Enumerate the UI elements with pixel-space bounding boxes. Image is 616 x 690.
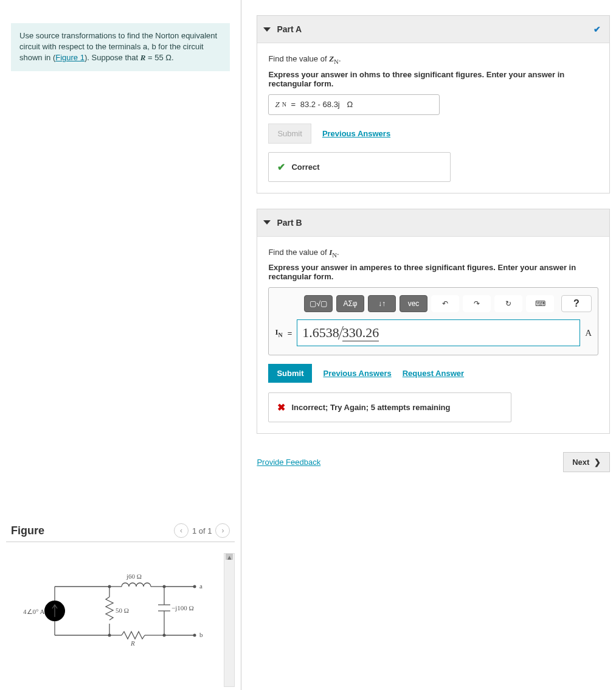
- svg-text:50 Ω: 50 Ω: [116, 607, 129, 614]
- collapse-icon[interactable]: [263, 27, 271, 32]
- part-a-prompt: Find the value of ZN.: [268, 54, 598, 65]
- part-a-panel: Part A ✔ Find the value of ZN. Express y…: [257, 15, 610, 193]
- help-button[interactable]: ?: [561, 295, 592, 312]
- svg-point-24: [163, 585, 166, 588]
- check-icon: ✔: [277, 161, 285, 173]
- part-b-title: Part B: [277, 218, 302, 228]
- equation-editor: ▢√▢ ΑΣφ ↓↑ vec ↶ ↷ ↻ ⌨ ? IN =: [268, 287, 598, 355]
- part-a-answer-value: 83.2 - 68.3j: [300, 100, 340, 109]
- svg-text:R: R: [130, 639, 135, 647]
- undo-button[interactable]: ↶: [431, 295, 459, 312]
- figure-next-button[interactable]: ›: [215, 523, 230, 538]
- svg-point-27: [193, 634, 196, 637]
- svg-text:j60 Ω: j60 Ω: [126, 573, 142, 580]
- eq-unit: A: [585, 328, 592, 338]
- submit-button[interactable]: Submit: [268, 364, 312, 383]
- equation-input[interactable]: 1.6538330.26: [297, 319, 580, 346]
- reset-button[interactable]: ↻: [494, 295, 522, 312]
- vec-button[interactable]: vec: [400, 295, 427, 312]
- chevron-right-icon: ❯: [592, 458, 601, 467]
- figure-title: Figure: [11, 524, 44, 537]
- figure-scrollbar[interactable]: ▴: [224, 553, 235, 687]
- previous-answers-link[interactable]: Previous Answers: [323, 369, 391, 378]
- part-a-answer: ZN = 83.2 - 68.3j Ω: [268, 94, 440, 115]
- part-b-hint: Express your answer in amperes to three …: [268, 263, 598, 281]
- part-b-panel: Part B Find the value of IN. Express you…: [257, 209, 610, 434]
- next-button[interactable]: Next ❯: [563, 452, 610, 472]
- figure-pager: 1 of 1: [192, 526, 212, 535]
- request-answer-link[interactable]: Request Answer: [403, 369, 464, 378]
- templates-button[interactable]: ▢√▢: [304, 295, 333, 312]
- circuit-diagram: 4∠0° A 50 Ω j60 Ω: [18, 553, 219, 663]
- scripts-button[interactable]: ↓↑: [368, 295, 396, 312]
- greek-button[interactable]: ΑΣφ: [336, 295, 364, 312]
- part-a-hint: Express your answer in ohms to three sig…: [268, 70, 598, 88]
- svg-point-25: [163, 634, 166, 637]
- intro-text2: ). Suppose that: [85, 53, 140, 62]
- svg-point-22: [108, 585, 111, 588]
- redo-button[interactable]: ↷: [463, 295, 491, 312]
- svg-text:−j100 Ω: −j100 Ω: [171, 604, 194, 612]
- feedback-correct: ✔ Correct: [268, 152, 451, 182]
- problem-intro: Use source transformations to find the N…: [11, 23, 230, 71]
- svg-text:a: a: [199, 582, 202, 590]
- submit-button: Submit: [268, 124, 311, 144]
- feedback-incorrect: ✖ Incorrect; Try Again; 5 attempts remai…: [268, 392, 511, 422]
- x-icon: ✖: [277, 402, 285, 413]
- check-icon: ✔: [594, 24, 601, 34]
- scroll-up-icon[interactable]: ▴: [226, 554, 233, 560]
- figure-link[interactable]: Figure 1: [55, 53, 85, 62]
- svg-point-23: [108, 634, 111, 637]
- svg-point-26: [193, 585, 196, 588]
- svg-text:4∠0° A: 4∠0° A: [23, 608, 45, 615]
- previous-answers-link[interactable]: Previous Answers: [322, 129, 390, 138]
- eq-variable: IN: [275, 327, 282, 338]
- figure-prev-button[interactable]: ‹: [174, 523, 189, 538]
- part-b-prompt: Find the value of IN.: [268, 248, 598, 259]
- collapse-icon[interactable]: [263, 220, 271, 225]
- svg-text:b: b: [199, 631, 203, 638]
- figure-panel: Figure ‹ 1 of 1 › 4∠0° A: [0, 523, 241, 687]
- provide-feedback-link[interactable]: Provide Feedback: [257, 458, 320, 467]
- intro-eq: = 55 Ω.: [145, 53, 173, 62]
- keyboard-button[interactable]: ⌨: [526, 295, 554, 312]
- part-a-title: Part A: [277, 24, 302, 34]
